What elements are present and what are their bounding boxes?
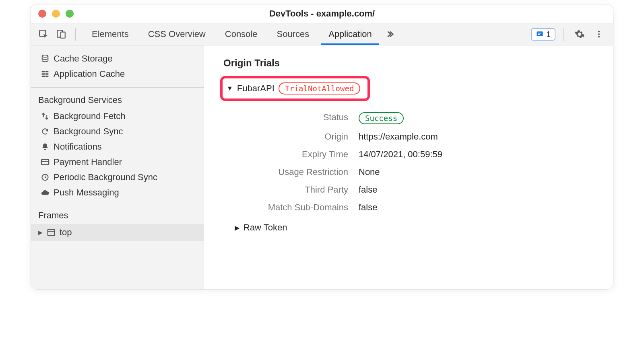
frame-label: top <box>60 227 72 238</box>
label-match-subdomains: Match Sub-Domains <box>227 202 348 213</box>
grid-icon <box>40 70 50 78</box>
frame-item-top[interactable]: ▶ top <box>31 224 204 241</box>
svg-rect-12 <box>42 73 45 74</box>
inspect-element-icon[interactable] <box>36 27 51 42</box>
titlebar: DevTools - example.com/ <box>31 4 613 23</box>
trial-details: Status Success Origin https://example.co… <box>227 112 601 213</box>
sidebar-item-label: Notifications <box>54 142 102 152</box>
label-third-party: Third Party <box>227 185 348 195</box>
frames-group: Frames ▶ top <box>31 206 204 241</box>
svg-rect-3 <box>537 31 543 36</box>
raw-token-expander[interactable]: ▶ Raw Token <box>235 222 287 233</box>
window-icon <box>47 228 56 237</box>
toolbar-separator <box>564 28 564 41</box>
svg-rect-16 <box>41 160 49 165</box>
value-usage-restriction: None <box>359 167 601 177</box>
content-title: Origin Trials <box>223 58 601 69</box>
panel-body: Cache Storage Application Cache Backgrou… <box>31 45 613 289</box>
sidebar-item-background-sync[interactable]: Background Sync <box>31 124 204 139</box>
tab-elements[interactable]: Elements <box>82 23 138 45</box>
issues-count: 1 <box>546 30 551 39</box>
svg-rect-13 <box>45 73 49 74</box>
trial-expander[interactable]: ▼ FubarAPITrialNotAllowed <box>227 82 360 94</box>
tab-css-overview[interactable]: CSS Overview <box>138 23 215 45</box>
fullscreen-window-icon[interactable] <box>66 10 74 18</box>
application-sidebar: Cache Storage Application Cache Backgrou… <box>31 45 204 289</box>
svg-rect-10 <box>42 71 45 72</box>
sidebar-item-label: Cache Storage <box>54 53 113 64</box>
svg-rect-5 <box>538 34 540 35</box>
sidebar-item-periodic-background-sync[interactable]: Periodic Background Sync <box>31 170 204 185</box>
sidebar-item-background-fetch[interactable]: Background Fetch <box>31 109 204 124</box>
database-icon <box>40 54 50 63</box>
label-usage-restriction: Usage Restriction <box>227 167 348 177</box>
sidebar-item-application-cache[interactable]: Application Cache <box>31 66 204 82</box>
svg-point-9 <box>42 55 48 58</box>
fetch-icon <box>40 112 50 120</box>
raw-token-label: Raw Token <box>244 222 287 233</box>
trial-name: FubarAPI <box>237 83 275 94</box>
svg-rect-2 <box>61 32 65 38</box>
sidebar-item-label: Payment Handler <box>54 157 122 167</box>
svg-point-8 <box>598 36 600 37</box>
sidebar-item-label: Push Messaging <box>54 187 119 198</box>
value-origin: https://example.com <box>359 131 601 142</box>
tab-sources[interactable]: Sources <box>267 23 319 45</box>
content-pane: Origin Trials ▼ FubarAPITrialNotAllowed … <box>204 45 613 289</box>
label-status: Status <box>227 112 348 124</box>
more-tabs-icon[interactable] <box>382 23 398 45</box>
toolbar-separator <box>75 28 76 41</box>
kebab-menu-icon[interactable] <box>591 27 607 42</box>
panel-tabs: Elements CSS Overview Console Sources Ap… <box>82 23 528 45</box>
issues-badge[interactable]: 1 <box>531 28 555 41</box>
bell-icon <box>40 143 50 151</box>
value-expiry: 14/07/2021, 00:59:59 <box>359 149 601 160</box>
triangle-down-icon: ▼ <box>227 85 233 92</box>
sidebar-item-label: Periodic Background Sync <box>54 172 157 183</box>
sidebar-heading-frames: Frames <box>31 206 204 224</box>
triangle-right-icon: ▶ <box>38 229 43 236</box>
tab-application[interactable]: Application <box>319 23 382 45</box>
svg-rect-4 <box>538 33 541 34</box>
svg-rect-19 <box>48 230 55 236</box>
sidebar-item-label: Application Cache <box>54 69 125 79</box>
background-services-group: Background Services Background Fetch Bac… <box>31 88 204 206</box>
svg-rect-15 <box>45 76 49 77</box>
sidebar-item-label: Background Fetch <box>54 111 126 121</box>
highlight-box: ▼ FubarAPITrialNotAllowed <box>220 76 370 101</box>
toolbar-right: 1 <box>531 27 608 42</box>
sidebar-item-cache-storage[interactable]: Cache Storage <box>31 51 204 66</box>
close-window-icon[interactable] <box>38 10 46 18</box>
sidebar-item-notifications[interactable]: Notifications <box>31 139 204 154</box>
devtools-window: DevTools - example.com/ Elements CSS Ove… <box>31 4 613 290</box>
minimize-window-icon[interactable] <box>52 10 60 18</box>
credit-card-icon <box>40 158 50 166</box>
label-origin: Origin <box>227 131 348 142</box>
svg-point-6 <box>598 31 600 33</box>
svg-point-7 <box>598 33 600 35</box>
device-toolbar-icon[interactable] <box>54 27 69 42</box>
triangle-right-icon: ▶ <box>235 224 239 232</box>
sidebar-item-payment-handler[interactable]: Payment Handler <box>31 154 204 170</box>
sidebar-heading-background-services: Background Services <box>31 91 204 109</box>
svg-rect-14 <box>42 76 45 77</box>
trial-status-badge: TrialNotAllowed <box>279 82 361 94</box>
value-match-subdomains: false <box>359 202 601 213</box>
sidebar-item-push-messaging[interactable]: Push Messaging <box>31 185 204 200</box>
window-title: DevTools - example.com/ <box>269 8 375 19</box>
value-status: Success <box>359 112 601 124</box>
sidebar-item-label: Background Sync <box>54 126 123 137</box>
cloud-icon <box>40 188 50 197</box>
tab-console[interactable]: Console <box>215 23 267 45</box>
settings-gear-icon[interactable] <box>572 27 587 42</box>
label-expiry: Expiry Time <box>227 149 348 160</box>
devtools-toolbar: Elements CSS Overview Console Sources Ap… <box>31 23 613 45</box>
clock-icon <box>40 173 50 181</box>
window-controls <box>38 10 74 18</box>
cache-group: Cache Storage Application Cache <box>31 45 204 88</box>
svg-rect-11 <box>45 71 49 72</box>
value-third-party: false <box>359 185 601 195</box>
sync-icon <box>40 127 50 136</box>
status-success-badge: Success <box>359 112 404 124</box>
